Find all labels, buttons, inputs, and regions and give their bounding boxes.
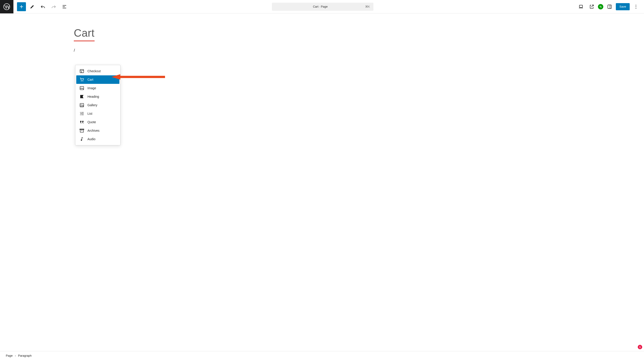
image-icon xyxy=(80,86,84,90)
redo-icon xyxy=(51,4,56,10)
heading-icon xyxy=(80,94,84,99)
document-overview-button[interactable] xyxy=(60,2,69,11)
inserter-item-quote[interactable]: Quote xyxy=(76,118,120,126)
inserter-item-label: List xyxy=(88,112,92,116)
open-external-button[interactable] xyxy=(587,2,596,11)
inserter-item-archives[interactable]: Archives xyxy=(76,126,120,135)
svg-point-20 xyxy=(636,5,636,5)
document-title-bar[interactable]: Cart · Page ⌘K xyxy=(272,3,374,11)
toolbar-left xyxy=(0,0,69,13)
audio-icon xyxy=(80,136,84,142)
inserter-item-label: Quote xyxy=(88,120,96,124)
breadcrumb-bar: Page › Paragraph xyxy=(0,351,644,360)
inserter-item-audio[interactable]: Audio xyxy=(76,135,120,143)
inserter-item-label: Archives xyxy=(88,129,100,132)
inserter-item-label: Image xyxy=(88,86,96,90)
slash-command-input[interactable]: / xyxy=(74,48,644,53)
jetpack-button[interactable] xyxy=(598,4,603,10)
wordpress-icon xyxy=(3,3,10,10)
checkout-icon xyxy=(80,69,84,74)
wordpress-logo[interactable] xyxy=(0,0,14,14)
view-button[interactable] xyxy=(576,2,586,11)
add-block-button[interactable] xyxy=(17,2,26,11)
list-icon xyxy=(80,111,84,116)
arrow-line xyxy=(120,76,165,78)
toolbar-center: Cart · Page ⌘K xyxy=(272,3,374,11)
cart-icon xyxy=(80,77,84,82)
annotation-arrow xyxy=(111,74,165,80)
outline-icon xyxy=(62,4,67,10)
notification-badge[interactable]: 1 xyxy=(638,345,642,349)
inserter-item-heading[interactable]: Heading xyxy=(76,92,120,101)
svg-rect-17 xyxy=(580,5,582,8)
quote-icon xyxy=(80,120,84,124)
inserter-item-gallery[interactable]: Gallery xyxy=(76,101,120,109)
jetpack-icon xyxy=(599,5,602,8)
svg-point-22 xyxy=(636,8,636,8)
settings-panel-button[interactable] xyxy=(605,2,614,11)
external-link-icon xyxy=(589,4,594,10)
laptop-icon xyxy=(578,4,584,10)
svg-rect-18 xyxy=(608,5,611,8)
inserter-item-label: Cart xyxy=(88,78,93,82)
editor-canvas: Cart / CheckoutCartImageHeadingGalleryLi… xyxy=(0,14,644,53)
save-button[interactable]: Save xyxy=(616,3,630,10)
document-title: Cart · Page xyxy=(276,5,365,8)
sidebar-icon xyxy=(607,4,612,10)
inserter-item-label: Heading xyxy=(88,95,99,98)
inserter-item-label: Gallery xyxy=(88,103,97,107)
undo-button[interactable] xyxy=(38,2,48,11)
arrow-head-icon xyxy=(111,74,120,80)
more-vertical-icon xyxy=(633,4,639,10)
breadcrumb-root[interactable]: Page xyxy=(6,354,12,357)
page-title[interactable]: Cart xyxy=(74,27,94,41)
undo-icon xyxy=(40,4,46,10)
options-button[interactable] xyxy=(632,2,640,11)
breadcrumb-leaf[interactable]: Paragraph xyxy=(18,354,32,357)
chevron-right-icon: › xyxy=(15,354,16,357)
top-toolbar: Cart · Page ⌘K Save xyxy=(0,0,644,14)
svg-point-21 xyxy=(636,6,636,7)
edit-mode-button[interactable] xyxy=(28,2,37,11)
inserter-item-label: Audio xyxy=(88,137,96,141)
archives-icon xyxy=(80,128,84,133)
toolbar-right: Save xyxy=(576,2,640,11)
gallery-icon xyxy=(80,103,84,108)
redo-button[interactable] xyxy=(49,2,58,11)
plus-icon xyxy=(19,4,24,10)
command-shortcut: ⌘K xyxy=(365,5,370,8)
inserter-item-image[interactable]: Image xyxy=(76,84,120,92)
inserter-item-label: Checkout xyxy=(88,69,100,73)
pencil-icon xyxy=(30,4,35,10)
inserter-item-list[interactable]: List xyxy=(76,109,120,118)
